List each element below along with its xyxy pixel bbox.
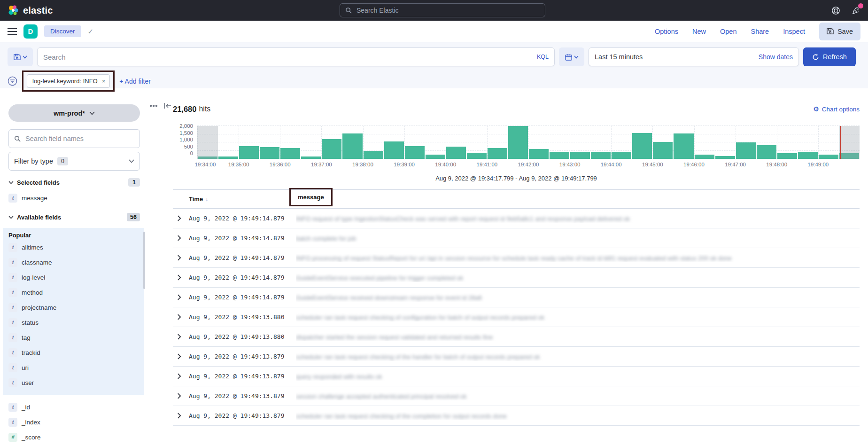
chevron-down-icon (8, 216, 14, 219)
field-stats-icon[interactable] (149, 102, 158, 110)
remove-filter-icon[interactable]: × (102, 78, 106, 85)
histogram-bar[interactable] (798, 152, 818, 159)
inspect-button[interactable]: Inspect (783, 28, 805, 35)
histogram-bar[interactable] (384, 141, 404, 159)
field-item[interactable]: tlog-level (8, 270, 138, 285)
histogram-bar[interactable] (674, 133, 693, 159)
space-avatar[interactable]: D (23, 24, 38, 39)
field-item[interactable]: tuser (8, 375, 138, 390)
news-icon[interactable] (852, 6, 860, 15)
time-range-picker[interactable]: Last 15 minutes Show dates (589, 47, 799, 66)
expand-row-icon[interactable] (173, 393, 189, 399)
time-column-header[interactable]: Time ↓ (189, 196, 209, 203)
text-field-token: t (8, 363, 17, 372)
field-item[interactable]: talltimes (8, 240, 138, 255)
histogram-bar[interactable] (632, 133, 652, 159)
expand-row-icon[interactable] (173, 255, 189, 261)
histogram-bar[interactable] (529, 149, 549, 159)
menu-hamburger-icon[interactable] (8, 28, 17, 35)
histogram-bar[interactable] (322, 139, 341, 159)
expand-row-icon[interactable] (173, 274, 189, 281)
chart-options-button[interactable]: ⚙ Chart options (813, 105, 860, 113)
open-button[interactable]: Open (720, 28, 736, 35)
histogram-bar[interactable] (342, 133, 362, 159)
histogram-bar[interactable] (508, 126, 528, 159)
histogram-bar[interactable] (736, 142, 756, 159)
sort-desc-icon[interactable]: ↓ (205, 196, 209, 203)
new-button[interactable]: New (692, 28, 706, 35)
histogram-bar[interactable] (757, 145, 776, 159)
field-item[interactable]: #_score (8, 430, 140, 445)
field-item[interactable]: tmethod (8, 285, 138, 300)
date-quick-menu-button[interactable] (559, 47, 584, 66)
histogram-bar[interactable] (777, 153, 797, 159)
options-button[interactable]: Options (655, 28, 678, 35)
refresh-button[interactable]: Refresh (803, 47, 856, 66)
histogram-bar[interactable] (260, 147, 279, 159)
histogram-bar[interactable] (446, 147, 466, 159)
expand-row-icon[interactable] (173, 294, 189, 300)
expand-row-icon[interactable] (173, 353, 189, 360)
show-dates-button[interactable]: Show dates (759, 53, 793, 61)
field-search-input[interactable]: Search field names (8, 129, 140, 148)
time-range-value[interactable]: Last 15 minutes (595, 53, 643, 61)
global-header: elastic Search Elastic (0, 0, 868, 21)
selected-count-badge: 1 (128, 178, 140, 187)
kql-language-button[interactable]: KQL (537, 54, 549, 60)
message-column-header[interactable]: message (298, 194, 324, 201)
histogram-bar[interactable] (467, 153, 487, 159)
histogram-plot[interactable] (197, 126, 860, 159)
histogram-bar[interactable] (653, 142, 673, 159)
field-item[interactable]: tclassname (8, 255, 138, 270)
saved-query-menu-button[interactable] (8, 47, 33, 66)
index-pattern-picker[interactable]: wm-prod* (8, 104, 140, 122)
filter-pill[interactable]: log-level.keyword: INFO × (27, 74, 110, 88)
histogram-bar[interactable] (405, 146, 425, 159)
expand-row-icon[interactable] (173, 215, 189, 221)
field-item[interactable]: t_index (8, 415, 140, 430)
field-item[interactable]: ttag (8, 330, 138, 345)
histogram-bar[interactable] (426, 155, 445, 159)
field-item[interactable]: t_id (8, 399, 140, 415)
text-field-token: t (8, 403, 17, 412)
histogram-bar[interactable] (715, 156, 735, 159)
field-item[interactable]: tprojectname (8, 300, 138, 315)
histogram-bar[interactable] (550, 152, 569, 159)
field-item[interactable]: ttrackid (8, 345, 138, 360)
expand-row-icon[interactable] (173, 314, 189, 320)
field-item[interactable]: tstatus (8, 315, 138, 330)
field-item[interactable]: turi (8, 360, 138, 375)
histogram-bar[interactable] (218, 156, 238, 159)
query-search-input[interactable]: Search KQL (37, 47, 555, 66)
help-icon[interactable] (831, 6, 840, 15)
add-filter-button[interactable]: + Add filter (119, 78, 151, 85)
histogram-bar[interactable] (570, 152, 590, 159)
filter-menu-icon[interactable] (8, 76, 17, 86)
expand-row-icon[interactable] (173, 334, 189, 340)
expand-row-icon[interactable] (173, 413, 189, 419)
selected-fields-accordion[interactable]: Selected fields 1 (8, 178, 140, 187)
expand-row-icon[interactable] (173, 235, 189, 241)
histogram-bar[interactable] (280, 148, 300, 159)
expand-row-icon[interactable] (173, 373, 189, 379)
histogram-bar[interactable] (819, 155, 838, 159)
available-fields-accordion[interactable]: Available fields 56 (8, 213, 140, 221)
histogram-bar[interactable] (364, 151, 383, 159)
histogram-bar[interactable] (488, 148, 507, 159)
share-button[interactable]: Share (751, 28, 769, 35)
save-button[interactable]: Save (819, 23, 860, 40)
field-item-message[interactable]: t message (8, 190, 140, 205)
collapse-sidebar-icon[interactable] (163, 102, 172, 110)
save-icon (827, 28, 834, 35)
histogram-bar[interactable] (695, 155, 714, 159)
sidebar-scrollbar[interactable] (143, 232, 145, 289)
histogram-bar[interactable] (612, 152, 631, 159)
breadcrumb-discover[interactable]: Discover (44, 25, 81, 37)
filter-by-type-dropdown[interactable]: Filter by type 0 (8, 152, 140, 171)
histogram-bar[interactable] (239, 146, 259, 159)
global-search-input[interactable]: Search Elastic (340, 3, 545, 17)
histogram-bar[interactable] (301, 156, 321, 159)
elastic-logo[interactable]: elastic (8, 5, 53, 16)
histogram-bar[interactable] (591, 152, 611, 159)
histogram-y-axis: 2,000 1,500 1,000 500 0 (173, 123, 197, 156)
